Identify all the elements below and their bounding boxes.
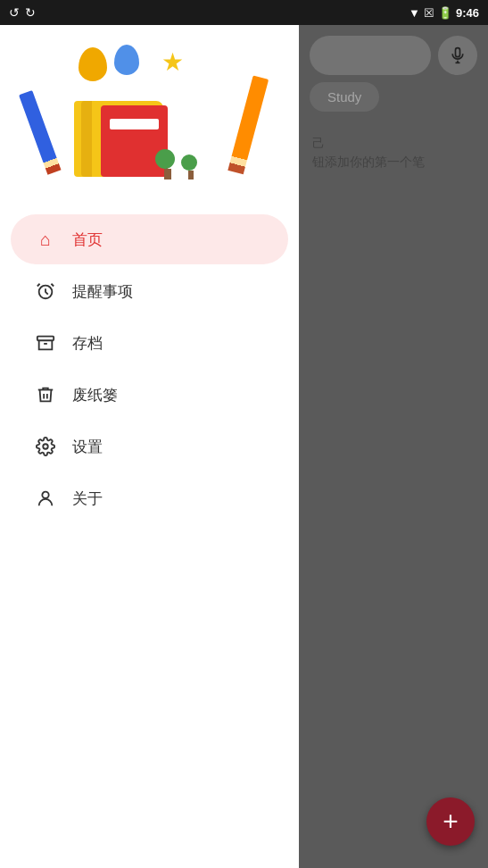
alarm-icon	[33, 279, 58, 304]
fab-plus-icon: +	[443, 806, 459, 837]
tree-right-decoration	[186, 154, 197, 179]
sidebar-item-reminders[interactable]: 提醒事项	[11, 266, 288, 316]
tree-left-decoration	[161, 149, 175, 179]
svg-rect-1	[37, 337, 54, 341]
sidebar-illustration: ★	[0, 25, 299, 208]
nav-menu: ⌂ 首页 提醒事项	[0, 208, 299, 868]
refresh-right-icon: ↻	[25, 5, 36, 20]
trash-icon	[33, 382, 58, 407]
pencil-orange-decoration	[227, 75, 269, 174]
sidebar-item-home[interactable]: ⌂ 首页	[11, 214, 288, 264]
person-icon	[33, 486, 58, 511]
fab-add-button[interactable]: +	[426, 797, 475, 846]
sidebar: ★	[0, 25, 299, 868]
balloon-yellow-decoration	[79, 47, 107, 81]
svg-point-3	[42, 492, 48, 498]
sidebar-item-about[interactable]: 关于	[11, 473, 288, 523]
sidebar-item-trash[interactable]: 废纸篓	[11, 370, 288, 420]
status-right-icons: ▼ ☒ 🔋 9:46	[409, 6, 479, 20]
illustration-wrapper: ★	[29, 43, 270, 190]
sidebar-label-about: 关于	[72, 488, 103, 509]
signal-icon: ☒	[424, 6, 434, 20]
svg-point-2	[43, 444, 48, 449]
status-bar: ↺ ↻ ▼ ☒ 🔋 9:46	[0, 0, 488, 25]
sidebar-label-archive: 存档	[72, 333, 103, 354]
sidebar-label-reminders: 提醒事项	[72, 281, 133, 302]
archive-icon	[33, 330, 58, 355]
settings-icon	[33, 434, 58, 459]
pencil-blue-decoration	[18, 90, 61, 175]
sidebar-label-home: 首页	[72, 230, 103, 250]
sidebar-item-settings[interactable]: 设置	[11, 421, 288, 472]
sidebar-label-trash: 废纸篓	[72, 385, 118, 405]
star-decoration: ★	[161, 50, 184, 75]
sidebar-item-archive[interactable]: 存档	[11, 318, 288, 368]
refresh-left-icon: ↺	[9, 5, 20, 20]
battery-icon: 🔋	[438, 6, 452, 20]
balloon-blue-decoration	[114, 45, 139, 75]
home-icon: ⌂	[33, 227, 58, 252]
book-red-decoration	[101, 105, 168, 177]
time-display: 9:46	[456, 6, 479, 20]
dim-overlay[interactable]	[299, 25, 488, 868]
sidebar-label-settings: 设置	[72, 437, 103, 457]
wifi-icon: ▼	[409, 6, 420, 20]
main-container: ★	[0, 25, 488, 868]
status-left-icons: ↺ ↻	[9, 5, 36, 20]
right-panel: Study 己 钮添加你的第一个笔 +	[299, 25, 488, 868]
